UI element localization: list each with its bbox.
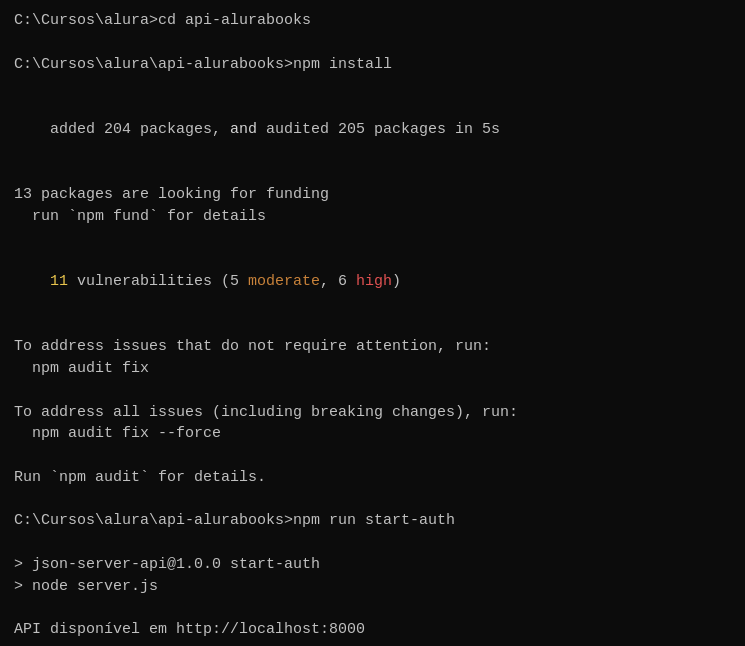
blank-10: [14, 597, 731, 619]
line-address-no-attention: To address issues that do not require at…: [14, 336, 731, 358]
blank-7: [14, 445, 731, 467]
line-address-all: To address all issues (including breakin…: [14, 402, 731, 424]
line-npm-install: C:\Cursos\alura\api-alurabooks>npm insta…: [14, 54, 731, 76]
blank-2: [14, 75, 731, 97]
blank-9: [14, 532, 731, 554]
line-run-fund: run `npm fund` for details: [14, 206, 731, 228]
line-json-server: > json-server-api@1.0.0 start-auth: [14, 554, 731, 576]
blank-1: [14, 32, 731, 54]
added-packages-pre: added 204 packages,: [50, 121, 230, 138]
and-keyword: and: [230, 121, 257, 138]
line-added-packages: added 204 packages, and audited 205 pack…: [14, 97, 731, 162]
line-vulnerabilities: 11 vulnerabilities (5 moderate, 6 high): [14, 249, 731, 314]
line-api-available: API disponível em http://localhost:8000: [14, 619, 731, 641]
terminal-window: C:\Cursos\alura>cd api-alurabooks C:\Cur…: [14, 10, 731, 646]
blank-8: [14, 489, 731, 511]
vuln-comma: , 6: [320, 273, 356, 290]
line-cd-command: C:\Cursos\alura>cd api-alurabooks: [14, 10, 731, 32]
added-packages-post: audited 205 packages in 5s: [257, 121, 500, 138]
line-funding: 13 packages are looking for funding: [14, 184, 731, 206]
line-node-server: > node server.js: [14, 576, 731, 598]
vuln-mid: vulnerabilities (5: [68, 273, 248, 290]
blank-3: [14, 162, 731, 184]
vuln-close: ): [392, 273, 401, 290]
vuln-moderate: moderate: [248, 273, 320, 290]
blank-4: [14, 228, 731, 250]
blank-6: [14, 380, 731, 402]
line-audit-fix-force: npm audit fix --force: [14, 423, 731, 445]
vuln-count: 11: [50, 273, 68, 290]
line-run-audit: Run `npm audit` for details.: [14, 467, 731, 489]
line-get-db-1: GET /db 401 3.744 ms - 51: [14, 641, 731, 646]
line-start-auth: C:\Cursos\alura\api-alurabooks>npm run s…: [14, 510, 731, 532]
line-audit-fix: npm audit fix: [14, 358, 731, 380]
vuln-high: high: [356, 273, 392, 290]
blank-5: [14, 315, 731, 337]
